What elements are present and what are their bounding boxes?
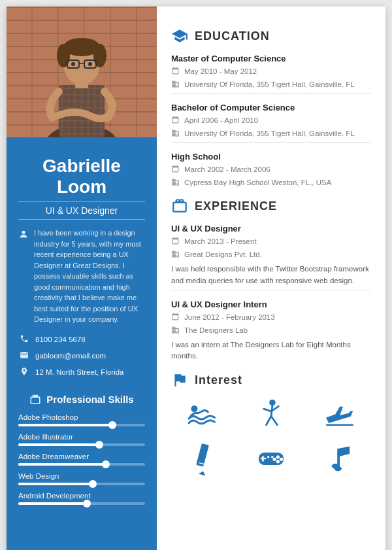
left-info: GabrielleLoom UI & UX Designer I have be… [7, 137, 157, 521]
exp-description: I was an intern at The Designers Lab for… [171, 339, 371, 363]
exp-company-row: Great Designs Pvt. Ltd. [171, 249, 371, 260]
skill-bar-bg [18, 483, 145, 485]
interest-music [308, 440, 371, 476]
edu-period-row: March 2002 - March 2006 [171, 164, 371, 175]
flag-icon [171, 371, 188, 388]
calendar-icon [171, 313, 180, 323]
exp-period-row: June 2012 - February 2013 [171, 312, 371, 323]
calendar-icon [171, 67, 180, 77]
graduation-icon [171, 27, 188, 44]
skill-bar-bg [18, 502, 145, 505]
edu-period-row: May 2010 - May 2012 [171, 66, 371, 77]
svg-line-20 [264, 409, 271, 411]
edu-period: April 2006 - April 2010 [184, 115, 258, 126]
svg-point-34 [276, 460, 280, 463]
exp-role: UI & UX Designer [171, 224, 371, 233]
experience-entry: UI & UX Designer Intern June 2012 - Febr… [171, 300, 371, 363]
exp-company: The Designers Lab [184, 325, 248, 335]
address-item: 12 M. North Street, Florida [18, 367, 145, 378]
svg-point-36 [271, 456, 273, 458]
exp-company-row: The Designers Lab [171, 325, 371, 336]
calendar-icon [171, 116, 180, 126]
svg-point-33 [273, 457, 276, 460]
interest-header: Interest [171, 371, 371, 388]
photo-placeholder [7, 7, 157, 137]
edu-institution: Cypress Bay High School Weston, FL., USA [184, 177, 331, 188]
skill-bar-fill [18, 443, 101, 446]
interest-grid [171, 398, 371, 476]
skill-bar-bg [18, 424, 145, 426]
interest-swimming [171, 398, 235, 434]
phone-item: 8100 234 5678 [18, 334, 145, 345]
location-icon [18, 367, 30, 378]
calendar-icon [171, 165, 180, 175]
svg-marker-26 [199, 470, 206, 475]
svg-point-12 [88, 62, 92, 66]
edu-institution-row: University Of Florida, 355 Tigert Hall, … [171, 128, 371, 139]
edu-period: March 2002 - March 2006 [184, 164, 270, 175]
phone-text: 8100 234 5678 [35, 335, 86, 343]
interest-gaming [240, 440, 303, 476]
skill-item: Adobe Illustrator [18, 433, 145, 446]
about-text: I have been working in a design industry… [34, 228, 145, 325]
building-icon [171, 129, 180, 139]
experience-icon [171, 198, 188, 215]
experience-list: UI & UX Designer March 2013 - Present Gr… [171, 224, 371, 362]
email-text: gabloom@email.com [35, 352, 106, 360]
exp-company: Great Designs Pvt. Ltd. [184, 249, 262, 260]
svg-point-38 [334, 466, 341, 472]
exp-period-row: March 2013 - Present [171, 236, 371, 247]
svg-point-31 [276, 455, 280, 458]
svg-point-35 [267, 456, 269, 458]
education-entry: High School March 2002 - March 2006 Cypr… [171, 152, 371, 188]
interest-title: Interest [195, 373, 242, 387]
skills-list: Adobe Photoshop Adobe Illustrator Adobe … [18, 413, 145, 511]
email-icon [18, 351, 30, 362]
svg-rect-30 [261, 457, 267, 459]
exp-period: March 2013 - Present [184, 236, 257, 247]
experience-entry: UI & UX Designer March 2013 - Present Gr… [171, 224, 371, 290]
edu-degree: Bachelor of Computer Science [171, 103, 371, 112]
svg-point-17 [191, 405, 198, 412]
address-text: 12 M. North Street, Florida [35, 368, 124, 376]
svg-point-18 [269, 400, 275, 405]
email-item: gabloom@email.com [18, 351, 145, 362]
company-icon [171, 326, 180, 336]
skill-name: Adobe Dreamweaver [18, 453, 145, 460]
briefcase-icon [29, 394, 41, 405]
exp-period: June 2012 - February 2013 [184, 312, 275, 322]
skill-item: Web Design [18, 472, 145, 485]
experience-header: EXPERIENCE [171, 198, 371, 215]
svg-point-16 [22, 231, 25, 234]
skill-name: Adobe Illustrator [18, 433, 145, 441]
education-title: EDUCATION [195, 29, 270, 43]
edu-degree: High School [171, 152, 371, 162]
exp-role: UI & UX Designer Intern [171, 300, 371, 309]
person-icon [18, 229, 29, 325]
left-panel: GabrielleLoom UI & UX Designer I have be… [7, 7, 157, 550]
skill-item: Adobe Photoshop [18, 413, 145, 426]
education-entry: Bachelor of Computer Science April 2006 … [171, 103, 371, 143]
skills-heading: Professional Skills [18, 394, 145, 405]
skill-name: Android Development [18, 492, 145, 500]
education-list: Master of Computer Science May 2010 - Ma… [171, 54, 371, 188]
education-header: EDUCATION [171, 27, 371, 44]
interest-travel [308, 398, 371, 434]
right-panel: EDUCATION Master of Computer Science May… [157, 7, 385, 550]
skill-name: Web Design [18, 472, 145, 480]
person-figure [39, 13, 124, 137]
skill-bar-fill [18, 483, 94, 485]
experience-title: EXPERIENCE [195, 199, 277, 213]
about-section: I have been working in a design industry… [18, 228, 145, 325]
edu-institution-row: Cypress Bay High School Weston, FL., USA [171, 177, 371, 188]
exp-description: I was held responsible with the Twitter … [171, 264, 371, 287]
interest-dancing [240, 398, 303, 434]
person-name: GabrielleLoom [18, 156, 145, 198]
edu-degree: Master of Computer Science [171, 54, 371, 63]
photo-area [7, 7, 157, 137]
edu-institution-row: University Of Florida, 355 Tigert Hall, … [171, 79, 371, 90]
skill-bar-fill [18, 424, 114, 426]
phone-icon [18, 334, 30, 345]
resume-container: GabrielleLoom UI & UX Designer I have be… [7, 7, 385, 550]
svg-line-22 [266, 416, 271, 424]
